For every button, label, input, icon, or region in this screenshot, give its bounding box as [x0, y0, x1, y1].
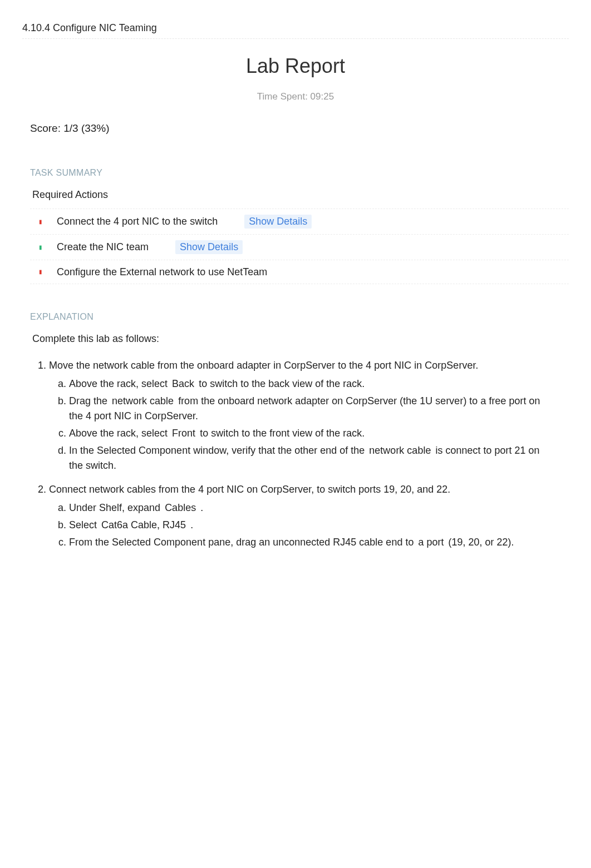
step-title: Move the network cable from the onboard …: [49, 360, 478, 371]
keyword: network cable: [110, 395, 175, 406]
show-details-link[interactable]: Show Details: [244, 215, 312, 229]
task-row: ▮ Configure the External network to use …: [30, 260, 569, 284]
text: .: [386, 664, 388, 675]
substep: Under Partial Connections: Drag a cable …: [69, 588, 551, 635]
text: Under Shelf, expand: [69, 502, 163, 513]
text: Select adapters: [69, 750, 141, 761]
keyword: Tasks: [188, 716, 217, 727]
keyword: Front: [170, 428, 197, 439]
pass-icon: ▮: [38, 241, 43, 254]
task-summary-heading: TASK SUMMARY: [30, 168, 569, 178]
task-text: Create the NIC team: [57, 241, 149, 253]
text: Above the rack, select: [69, 572, 170, 583]
text: On the CorpServer monitor, select: [69, 664, 223, 675]
text: Repeat the previous step until there are…: [96, 622, 445, 633]
explanation-intro: Complete this lab as follows:: [32, 333, 569, 345]
bullet: Repeat the previous step until there are…: [96, 620, 551, 635]
substep: From Server Manager, select Local Server…: [69, 679, 551, 695]
keyword: Back: [170, 378, 196, 389]
text: .: [199, 572, 201, 583]
step: Move the network cable from the onboard …: [49, 358, 551, 473]
task-row: ▮ Connect the 4 port NIC to the switch S…: [30, 209, 569, 235]
bullet: Drag a cable to an open port on the 4-po…: [96, 605, 551, 620]
substep: Repeat steps 2b-2c for two more cables.: [69, 553, 551, 568]
text: Select: [69, 519, 100, 530]
keyword: Cat6a Cable, RJ45: [100, 519, 188, 530]
text: >: [220, 716, 229, 727]
text: Above the rack, select: [69, 378, 170, 389]
keyword: cable: [129, 607, 156, 618]
text: From the Selected Component pane, drag a…: [69, 537, 416, 548]
text: to enable and configure NIC Teaming.: [241, 698, 409, 710]
step-title: Configure the adapter ports as members o…: [49, 646, 296, 657]
keyword: Click to view Windows Server 2019: [223, 664, 383, 675]
substep: In the Selected Component window, verify…: [69, 443, 551, 473]
task-list: ▮ Connect the 4 port NIC to the switch S…: [30, 209, 569, 284]
substep: Select Cat6a Cable, RJ45 .: [69, 518, 551, 533]
keyword: NetTeam: [93, 733, 137, 744]
text: Repeat steps 2b-2c for two more cables.: [69, 555, 249, 566]
text: to be included in the team.: [283, 750, 400, 761]
text: as the Team name field.: [140, 733, 246, 744]
fail-icon: ▮: [38, 266, 43, 278]
text: Drag the: [69, 395, 110, 406]
page-title: Lab Report: [22, 54, 569, 78]
keyword: Cables: [163, 502, 198, 513]
show-details-link[interactable]: Show Details: [175, 240, 243, 254]
fail-icon: ▮: [38, 216, 43, 228]
text: In the Selected Component window, verify…: [69, 445, 367, 456]
text: to switch to the front view of the rack.: [200, 428, 365, 439]
text: Type: [69, 733, 93, 744]
text: Next to NIC Teaming, select: [69, 698, 196, 710]
keyword: a port: [416, 537, 445, 548]
explanation-heading: EXPLANATION: [30, 312, 569, 322]
substep: In the Teams panel, select Tasks > New T…: [69, 714, 551, 729]
keyword: New Team: [228, 716, 279, 727]
keyword: Ethernet 6: [230, 750, 280, 761]
text: .: [190, 519, 193, 530]
text: to an open port on the 4-port NIC in Cor…: [159, 607, 372, 618]
substep: Select adapters Ethernet 3 through Ether…: [69, 748, 551, 763]
substep: Above the rack, select Back .: [69, 571, 551, 586]
keyword: Back: [170, 572, 196, 583]
task-text: Configure the External network to use Ne…: [57, 266, 267, 278]
text: In the Teams panel, select: [69, 716, 188, 727]
keyword: network cable: [367, 445, 432, 456]
explanation-steps: Move the network cable from the onboard …: [36, 358, 569, 763]
step-title: Connect network cables from the 4 port N…: [49, 484, 450, 495]
hidden-continuation: Repeat steps 2b-2c for two more cables. …: [49, 553, 551, 635]
substep: On the CorpServer monitor, select Click …: [69, 662, 551, 677]
substep: Above the rack, select Back to switch to…: [69, 376, 551, 391]
required-actions-label: Required Actions: [32, 189, 569, 201]
task-text: Connect the 4 port NIC to the switch: [57, 216, 218, 227]
text: Above the rack, select: [69, 428, 170, 439]
keyword: Ethernet 3: [141, 750, 191, 761]
substep: Next to NIC Teaming, select Disabled to …: [69, 697, 551, 712]
keyword: Disabled: [196, 698, 238, 710]
substep: Type NetTeam as the Team name field.: [69, 731, 551, 746]
substep: Above the rack, select Front to switch t…: [69, 426, 551, 441]
step: Connect network cables from the 4 port N…: [49, 482, 551, 635]
substep: Drag the network cable from the onboard …: [69, 394, 551, 424]
text: Under Partial Connections:: [69, 589, 189, 601]
substep: Under Shelf, expand Cables .: [69, 500, 551, 515]
text: From Server Manager, select: [69, 681, 201, 692]
text: from the menu on the left.: [263, 681, 377, 692]
substep: From the Selected Component pane, drag a…: [69, 535, 551, 550]
step-hidden: Configure the adapter ports as members o…: [49, 644, 551, 763]
text: Drag a: [96, 607, 129, 618]
keyword: Local Server: [201, 681, 260, 692]
text: .: [200, 502, 203, 513]
time-spent: Time Spent: 09:25: [22, 91, 569, 102]
text: to switch to the back view of the rack.: [199, 378, 365, 389]
divider: [22, 38, 569, 39]
doc-section-title: 4.10.4 Configure NIC Teaming: [22, 22, 569, 34]
text: .: [282, 716, 284, 727]
task-row: ▮ Create the NIC team Show Details: [30, 235, 569, 260]
text: through: [194, 750, 230, 761]
score-line: Score: 1/3 (33%): [30, 122, 569, 135]
text: (19, 20, or 22).: [448, 537, 514, 548]
